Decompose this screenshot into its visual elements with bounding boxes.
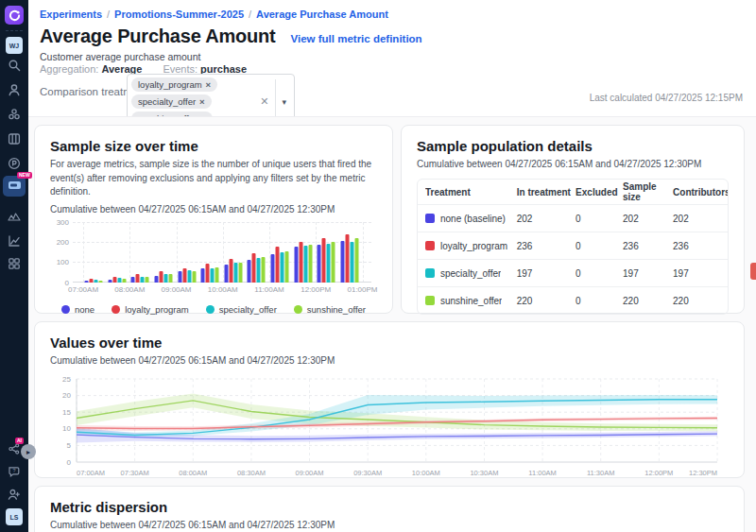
bar-none[interactable] <box>131 277 135 283</box>
sidebar-item-support-chat[interactable]: ? <box>8 465 21 478</box>
bar-group[interactable] <box>248 253 266 283</box>
bar-sunshine_offer[interactable] <box>354 238 358 283</box>
sidebar-expand-handle[interactable]: ▸ <box>21 444 36 459</box>
sidebar-item-user[interactable] <box>8 83 21 96</box>
bar-loyalty_program[interactable] <box>112 277 116 283</box>
feedback-tab[interactable] <box>750 263 756 280</box>
bar-sunshine_offer[interactable] <box>215 267 219 283</box>
column-header: Sample size <box>623 181 673 202</box>
bar-sunshine_offer[interactable] <box>146 277 149 283</box>
bar-sunshine_offer[interactable] <box>332 242 335 282</box>
bar-group[interactable] <box>131 274 149 282</box>
sidebar-item-metrics[interactable] <box>8 234 21 248</box>
legend-item[interactable]: sunshine_offer <box>294 304 366 315</box>
table-row[interactable]: sunshine_offer 220 0 220 220 <box>418 286 728 314</box>
bar-loyalty_program[interactable] <box>252 253 256 283</box>
breadcrumb-item[interactable]: Promotions-Summer-2025 <box>114 9 244 20</box>
bar-specialty_offer[interactable] <box>327 244 331 283</box>
sidebar-item-holdouts[interactable] <box>8 210 21 223</box>
table-row[interactable]: loyalty_program 236 0 236 236 <box>418 232 728 259</box>
bar-loyalty_program[interactable] <box>182 268 186 283</box>
sidebar-item-pulse[interactable] <box>8 157 21 170</box>
sidebar-item-dashboards[interactable] <box>8 257 21 270</box>
bar-group[interactable] <box>271 247 289 283</box>
last-calculated-text: Last calculated 04/27/2025 12:15PM <box>590 93 743 103</box>
bar-specialty_offer[interactable] <box>164 274 168 282</box>
bar-loyalty_program[interactable] <box>276 247 280 283</box>
bar-none[interactable] <box>318 245 321 283</box>
bar-none[interactable] <box>224 265 228 283</box>
sidebar-item-invite-user[interactable] <box>8 488 21 501</box>
bar-none[interactable] <box>85 281 89 283</box>
bar-none[interactable] <box>108 280 112 283</box>
bar-specialty_offer[interactable] <box>350 242 353 282</box>
values-line-chart[interactable]: 051015202507:00AM07:30AM08:00AM08:30AM09… <box>50 373 729 483</box>
treatment-tag[interactable]: specialty_offer× <box>131 94 212 109</box>
bar-specialty_offer[interactable] <box>117 278 121 283</box>
bar-group[interactable] <box>85 279 103 282</box>
bar-specialty_offer[interactable] <box>94 280 98 282</box>
bar-none[interactable] <box>340 241 344 282</box>
tag-label: specialty_offer <box>138 96 196 107</box>
bar-group[interactable] <box>178 268 196 283</box>
sample-size-bar-chart[interactable]: 0100200300 <box>73 222 371 283</box>
treatment-tag[interactable]: loyalty_program× <box>131 77 217 92</box>
bar-sunshine_offer[interactable] <box>238 263 242 283</box>
legend-item[interactable]: none <box>61 304 94 315</box>
bar-none[interactable] <box>271 254 275 283</box>
bar-loyalty_program[interactable] <box>160 271 163 282</box>
workspace-avatar[interactable]: WJ <box>6 37 23 54</box>
bar-sunshine_offer[interactable] <box>192 271 196 283</box>
statsig-logo-icon[interactable] <box>5 6 24 25</box>
bar-group[interactable] <box>340 234 358 282</box>
table-row[interactable]: none (baseline) 202 0 202 202 <box>418 204 728 232</box>
bar-loyalty_program[interactable] <box>345 234 349 282</box>
clear-all-icon[interactable]: ✕ <box>255 95 273 108</box>
bar-group[interactable] <box>318 238 335 283</box>
bar-group[interactable] <box>155 271 173 282</box>
bar-none[interactable] <box>178 271 181 282</box>
bar-group[interactable] <box>224 259 242 282</box>
bar-loyalty_program[interactable] <box>299 242 302 283</box>
bar-sunshine_offer[interactable] <box>262 257 266 282</box>
bar-sunshine_offer[interactable] <box>99 281 103 283</box>
remove-tag-icon[interactable]: × <box>199 96 205 107</box>
legend-item[interactable]: loyalty_program <box>112 304 189 315</box>
chevron-down-icon[interactable]: ▾ <box>278 97 290 107</box>
breadcrumb-item[interactable]: Experiments <box>40 9 102 20</box>
bar-none[interactable] <box>294 247 298 283</box>
bar-sunshine_offer[interactable] <box>169 274 173 283</box>
sidebar-item-ai-assist[interactable] <box>8 442 21 455</box>
bar-loyalty_program[interactable] <box>136 274 140 282</box>
bar-sunshine_offer[interactable] <box>122 279 126 283</box>
sidebar-item-segments[interactable] <box>8 108 21 121</box>
bar-specialty_offer[interactable] <box>303 246 307 282</box>
bar-loyalty_program[interactable] <box>229 259 232 282</box>
table-row[interactable]: specialty_offer 197 0 197 197 <box>418 259 728 286</box>
breadcrumb-item[interactable]: Average Purchase Amount <box>256 9 388 20</box>
bar-sunshine_offer[interactable] <box>308 245 312 283</box>
bar-specialty_offer[interactable] <box>257 258 261 283</box>
bar-loyalty_program[interactable] <box>206 264 210 282</box>
bar-group[interactable] <box>108 277 126 283</box>
sidebar-item-search[interactable] <box>8 59 21 72</box>
sidebar-item-columns[interactable] <box>8 132 21 146</box>
legend-item[interactable]: specialty_offer <box>206 304 277 315</box>
bar-group[interactable] <box>294 242 312 283</box>
bar-none[interactable] <box>155 276 159 283</box>
bar-none[interactable] <box>248 260 251 282</box>
bar-sunshine_offer[interactable] <box>285 251 289 282</box>
bar-specialty_offer[interactable] <box>141 277 145 283</box>
bar-specialty_offer[interactable] <box>233 263 237 282</box>
bar-group[interactable] <box>201 264 219 282</box>
bar-specialty_offer[interactable] <box>281 252 284 283</box>
bar-loyalty_program[interactable] <box>90 279 94 282</box>
remove-tag-icon[interactable]: × <box>206 79 212 90</box>
bar-loyalty_program[interactable] <box>322 238 326 283</box>
sidebar-item-experiments[interactable] <box>3 176 26 197</box>
bar-none[interactable] <box>201 268 205 283</box>
user-avatar[interactable]: LS <box>6 508 23 525</box>
bar-specialty_offer[interactable] <box>187 270 191 282</box>
view-metric-definition-link[interactable]: View full metric definition <box>291 33 422 44</box>
bar-specialty_offer[interactable] <box>211 268 215 283</box>
